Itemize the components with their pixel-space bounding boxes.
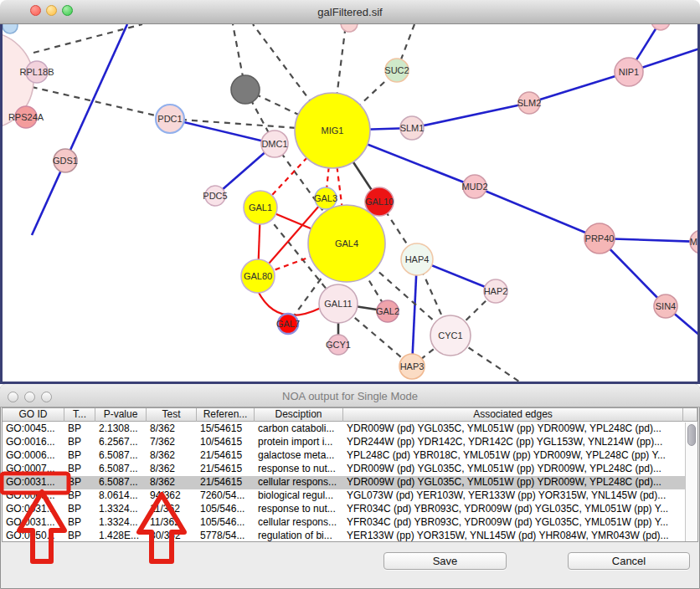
cell-description: regulation of bi... [255,530,343,543]
network-edge [529,72,629,103]
cell-description: response to nut... [255,503,343,516]
cell-go_id: GO:0031... [3,516,64,530]
node-label-NIP1: NIP1 [619,67,639,77]
table-row[interactable]: GO:0007...BP6.5087...8/36221/54615respon… [3,463,685,476]
node-label-DMC1: DMC1 [261,139,287,149]
table-row[interactable]: GO:0045...BP2.1308...8/36215/54615carbon… [3,423,685,436]
cell-test: 8/362 [147,423,197,436]
node-partial-blue-node[interactable] [3,24,18,33]
network-canvas[interactable]: RPL18BRPS24AGDS1PDC1MIG1SUC2SLM1DMC1SLM2… [0,24,700,384]
node-label-RPL18B: RPL18B [20,67,54,77]
node-label-GAL3: GAL3 [314,193,337,203]
network-edge [475,187,600,238]
cell-p_value: 1.3324... [95,503,147,516]
cell-test: 11/362 [147,516,197,530]
cell-edges: YDR009W (pd) YGL035C, YML051W (pp) YDR00… [343,476,683,489]
node-label-GAL7: GAL7 [276,319,300,329]
network-svg: RPL18BRPS24AGDS1PDC1MIG1SUC2SLM1DMC1SLM2… [3,24,697,382]
cell-go_id: GO:0050... [3,530,64,543]
vertical-scrollbar[interactable] [685,423,697,541]
node-label-GAL2: GAL2 [376,306,399,316]
cell-p_value: 2.1308... [95,423,147,436]
node-label-GDS1: GDS1 [53,156,78,166]
cell-edges: YFR034C (pd) YBR093C, YDR009W (pd) YGL03… [343,516,683,530]
network-edge [258,291,321,315]
network-window-title: galFiltered.sif [0,6,700,18]
column-header-reference[interactable]: Referen... [197,408,255,422]
cell-reference: 21/54615 [197,463,255,476]
cell-test: 8/362 [147,476,197,489]
cell-edges: YDR244W (pp) YDR142C, YDR142C (pp) YGL15… [343,436,683,449]
cell-description: biological regul... [255,489,343,503]
node-label-SUC2: SUC2 [384,65,409,75]
cell-p_value: 6.2567... [95,436,147,449]
cancel-button[interactable]: Cancel [568,552,690,570]
node-label-HAP4: HAP4 [405,254,430,264]
cell-test: 94/362 [147,489,197,503]
network-edge [32,24,127,235]
node-label-PDC5: PDC5 [203,191,227,201]
cell-type: BP [64,516,95,530]
column-header-p_value[interactable]: P-value [95,408,147,422]
column-header-description[interactable]: Desciption [255,408,343,422]
cell-test: 7/362 [147,436,197,449]
noa-results-table: GO IDT...P-valueTestReferen...Desciption… [2,407,698,542]
column-header-type[interactable]: T... [64,408,95,422]
table-row[interactable]: GO:0031...BP1.3324...11/362105/546...res… [3,503,685,516]
table-row[interactable]: GO:0031...BP1.3324...11/362105/546...cel… [3,516,685,530]
cell-test: 11/362 [147,503,197,516]
node-label-CYC1: CYC1 [438,330,462,341]
cell-test: 8/362 [147,463,197,476]
node-label-GAL11: GAL11 [324,299,352,309]
cell-edges: YDR009W (pd) YGL035C, YML051W (pp) YDR00… [343,463,683,476]
cell-type: BP [64,489,95,503]
cell-go_id: GO:0031... [3,476,64,489]
table-header-row: GO IDT...P-valueTestReferen...Desciption… [3,408,697,422]
cell-test: 8/362 [147,449,197,463]
cell-reference: 5778/54... [197,530,255,543]
cell-type: BP [64,530,95,543]
cell-description: cellular respons... [255,476,343,489]
cell-reference: 105/546... [197,503,255,516]
node-label-GAL1: GAL1 [249,202,272,213]
cell-p_value: 1.3324... [95,516,147,530]
column-header-edges[interactable]: Associated edges [343,408,683,422]
save-button[interactable]: Save [383,552,507,570]
node-label-SLM2: SLM2 [517,98,542,108]
cell-type: BP [64,436,95,449]
table-row[interactable]: GO:0006...BP6.5087...8/36221/54615galact… [3,449,685,463]
column-header-test[interactable]: Test [147,408,197,422]
node-label-RPS24A: RPS24A [8,112,44,122]
node-partial-pink-node-1[interactable] [341,24,358,32]
node-label-GAL4: GAL4 [335,238,358,248]
cell-go_id: GO:0016... [3,436,64,449]
cell-type: BP [64,423,95,436]
cell-reference: 21/54615 [197,476,255,489]
cell-type: BP [64,476,95,489]
node-label-MSL1: MSL1 [690,237,697,247]
scrollbar-thumb[interactable] [687,424,696,446]
cell-p_value: 6.5087... [95,463,147,476]
cell-description: cellular respons... [255,516,343,530]
cell-p_value: 6.5087... [95,476,147,489]
column-header-stub[interactable] [683,408,697,422]
table-row[interactable]: GO:0031...BP6.5087...8/36221/54615cellul… [3,476,685,489]
cell-reference: 15/54615 [197,423,255,436]
table-row[interactable]: GO:0050...BP1.428E...80/3625778/54...reg… [3,530,685,543]
column-header-go_id[interactable]: GO ID [3,408,64,422]
cell-go_id: GO:0006... [3,449,64,463]
cell-test: 80/362 [147,530,197,543]
cell-p_value: 6.5087... [95,449,147,463]
node-label-PRP40: PRP40 [585,233,615,243]
cell-reference: 10/54615 [197,436,255,449]
node-label-HAP3: HAP3 [400,361,425,371]
node-label-PDC1: PDC1 [157,114,182,124]
node-label-GCY1: GCY1 [326,340,351,350]
network-edge [170,119,275,144]
table-row[interactable]: GO:0065...BP8.0614...94/3627260/54...bio… [3,489,685,503]
table-row[interactable]: GO:0016...BP6.2567...7/36210/54615protei… [3,436,685,449]
cell-edges: YDR009W (pd) YGL035C, YML051W (pp) YDR00… [343,423,683,436]
node-label-SLM1: SLM1 [400,123,425,133]
node-gray-node[interactable] [231,75,260,104]
cell-edges: YPL248C (pd) YBR018C, YML051W (pp) YDR00… [343,449,683,463]
